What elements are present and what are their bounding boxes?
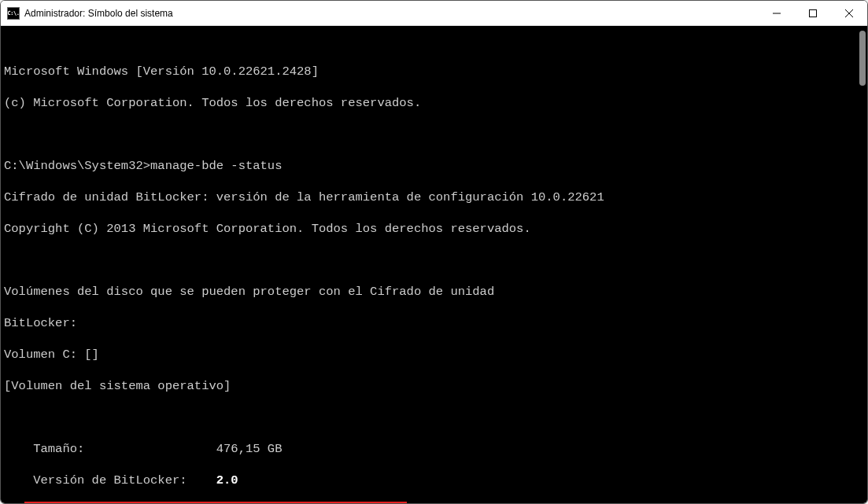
window-controls [759, 1, 867, 25]
size-label: Tamaño: [33, 441, 216, 457]
header-line: Microsoft Windows [Versión 10.0.22621.24… [4, 64, 867, 79]
minimize-button[interactable] [759, 1, 795, 25]
command-text: manage-bde -status [150, 159, 282, 173]
prompt-path: C:\Windows\System32> [4, 159, 150, 173]
titlebar[interactable]: C:\. Administrador: Símbolo del sistema [1, 1, 867, 26]
maximize-button[interactable] [795, 1, 831, 25]
volume-c-line: Volumen C: [] [4, 347, 867, 362]
size-row: Tamaño: 476,15 GB [4, 441, 867, 457]
terminal-output[interactable]: Microsoft Windows [Versión 10.0.22621.24… [1, 26, 867, 503]
blank-line [4, 252, 867, 268]
tool-copyright-line: Copyright (C) 2013 Microsoft Corporation… [4, 221, 867, 237]
window-title: Administrador: Símbolo del sistema [24, 8, 173, 19]
prompt-line: C:\Windows\System32>manage-bde -status [4, 158, 867, 174]
close-button[interactable] [831, 1, 867, 25]
scrollbar-thumb[interactable] [859, 31, 866, 86]
copyright-line: (c) Microsoft Corporation. Todos los der… [4, 95, 867, 111]
size-value: 476,15 GB [216, 441, 283, 457]
cmd-window: C:\. Administrador: Símbolo del sistema … [0, 0, 868, 504]
svg-rect-1 [810, 9, 817, 17]
volumes-header: Volúmenes del disco que se pueden proteg… [4, 284, 867, 300]
blank-line [4, 410, 867, 425]
version-value: 2.0 [216, 473, 238, 488]
version-label: Versión de BitLocker: [33, 473, 216, 488]
bitlocker-label: BitLocker: [4, 315, 867, 331]
version-row: Versión de BitLocker: 2.0 [4, 473, 867, 488]
tool-version-line: Cifrado de unidad BitLocker: versión de … [4, 189, 867, 205]
volume-sys-line: [Volumen del sistema operativo] [4, 378, 867, 394]
blank-line [4, 127, 867, 142]
cmd-icon: C:\. [7, 7, 20, 20]
